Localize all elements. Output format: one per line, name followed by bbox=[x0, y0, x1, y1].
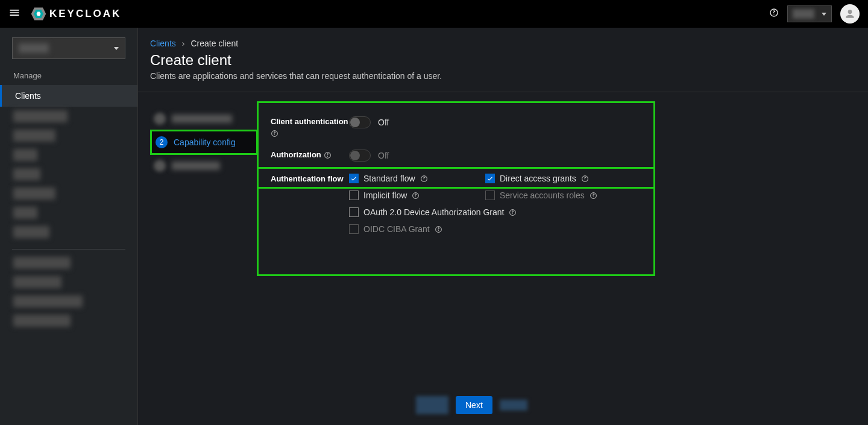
hamburger-icon[interactable] bbox=[8, 7, 20, 21]
checkbox-device-authorization-grant[interactable]: OAuth 2.0 Device Authorization Grant bbox=[349, 207, 621, 217]
logo: KEYCLOAK bbox=[30, 5, 121, 22]
step-badge bbox=[154, 160, 166, 172]
help-icon[interactable] bbox=[324, 151, 332, 159]
wizard-step-capability-config[interactable]: 2 Capability config bbox=[150, 130, 258, 155]
checkbox-implicit-flow[interactable]: Implicit flow bbox=[349, 190, 485, 200]
sidebar-section-label: Manage bbox=[0, 65, 137, 85]
topbar: KEYCLOAK bbox=[0, 0, 868, 28]
switch-value: Off bbox=[378, 151, 389, 160]
chevron-right-icon: › bbox=[182, 39, 185, 48]
wizard-step-3[interactable] bbox=[150, 155, 258, 177]
help-icon[interactable] bbox=[435, 225, 442, 233]
label-authentication-flow: Authentication flow bbox=[271, 174, 349, 184]
page-subtitle: Clients are applications and services th… bbox=[150, 71, 856, 81]
checkbox-icon bbox=[485, 174, 495, 183]
switch-authorization bbox=[349, 150, 371, 162]
caret-down-icon bbox=[822, 13, 826, 16]
sidebar: Manage Clients bbox=[0, 28, 138, 425]
realm-selector[interactable] bbox=[12, 37, 125, 59]
breadcrumb: Clients › Create client bbox=[138, 28, 868, 48]
sidebar-item-blurred[interactable] bbox=[13, 257, 71, 269]
sidebar-divider bbox=[12, 249, 125, 250]
step-badge: 2 bbox=[156, 136, 168, 148]
blurred-text bbox=[19, 43, 49, 53]
help-icon[interactable] bbox=[271, 130, 278, 137]
help-icon[interactable] bbox=[509, 209, 517, 216]
sidebar-item-blurred[interactable] bbox=[13, 207, 37, 219]
breadcrumb-root-link[interactable]: Clients bbox=[150, 39, 176, 48]
switch-client-authentication[interactable] bbox=[349, 116, 371, 128]
page-header: Create client Clients are applications a… bbox=[138, 48, 868, 92]
footer-actions: Next bbox=[416, 396, 527, 414]
checkbox-service-accounts-roles: Service accounts roles bbox=[485, 190, 621, 200]
sidebar-item-blurred[interactable] bbox=[13, 168, 40, 180]
logo-text: KEYCLOAK bbox=[49, 8, 121, 20]
next-button[interactable]: Next bbox=[456, 396, 492, 414]
sidebar-item-blurred[interactable] bbox=[13, 110, 68, 122]
checkbox-icon bbox=[485, 190, 495, 200]
checkbox-icon bbox=[349, 224, 359, 234]
sidebar-item-blurred[interactable] bbox=[13, 130, 55, 142]
wizard-step-1[interactable] bbox=[150, 108, 258, 130]
page-title: Create client bbox=[150, 52, 856, 69]
switch-value: Off bbox=[378, 118, 389, 127]
keycloak-logo-icon bbox=[30, 5, 47, 22]
checkbox-direct-access-grants[interactable]: Direct access grants bbox=[485, 174, 621, 183]
wizard-body: Client authentication Off Authorization bbox=[259, 103, 856, 252]
sidebar-item-blurred[interactable] bbox=[13, 295, 83, 307]
help-icon[interactable] bbox=[420, 175, 428, 183]
sidebar-item-blurred[interactable] bbox=[13, 315, 71, 327]
wizard-steps: 2 Capability config bbox=[150, 103, 259, 252]
step-badge bbox=[154, 113, 166, 125]
topbar-realm-dropdown[interactable] bbox=[787, 5, 832, 22]
sidebar-item-blurred[interactable] bbox=[13, 149, 37, 161]
checkbox-standard-flow[interactable]: Standard flow bbox=[349, 174, 485, 183]
sidebar-item-clients[interactable]: Clients bbox=[0, 85, 137, 107]
checkbox-oidc-ciba-grant: OIDC CIBA Grant bbox=[349, 224, 621, 234]
sidebar-item-blurred[interactable] bbox=[13, 226, 49, 238]
help-icon[interactable] bbox=[581, 175, 589, 183]
avatar[interactable] bbox=[840, 4, 860, 24]
blurred-text bbox=[172, 162, 220, 170]
help-icon[interactable] bbox=[590, 192, 597, 200]
back-button-blurred[interactable] bbox=[416, 396, 448, 414]
sidebar-item-blurred[interactable] bbox=[13, 276, 61, 288]
checkbox-icon bbox=[349, 190, 359, 200]
blurred-text bbox=[172, 115, 232, 123]
blurred-text bbox=[793, 9, 814, 19]
cancel-button-blurred[interactable] bbox=[500, 400, 527, 411]
label-client-authentication: Client authentication bbox=[271, 116, 349, 137]
sidebar-item-blurred[interactable] bbox=[13, 187, 55, 200]
content: Clients › Create client Create client Cl… bbox=[138, 28, 868, 425]
step-label: Capability config bbox=[174, 137, 236, 147]
caret-down-icon bbox=[114, 47, 119, 50]
help-icon[interactable] bbox=[769, 8, 779, 20]
breadcrumb-current: Create client bbox=[190, 39, 238, 48]
checkbox-icon bbox=[349, 174, 359, 183]
help-icon[interactable] bbox=[412, 192, 420, 200]
checkbox-icon bbox=[349, 207, 359, 217]
label-authorization: Authorization bbox=[271, 150, 349, 160]
